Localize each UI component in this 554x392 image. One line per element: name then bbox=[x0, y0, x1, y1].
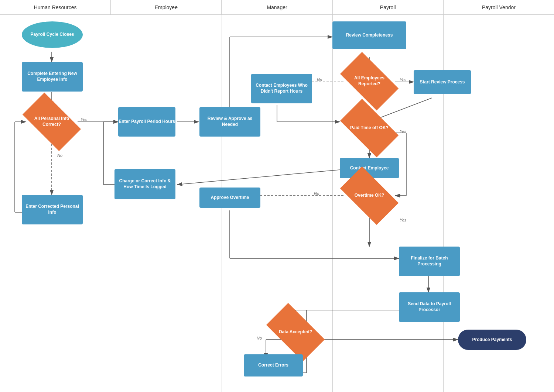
yes-label-1: Yes bbox=[81, 117, 87, 122]
correct-errors: Correct Errors bbox=[244, 354, 303, 376]
overtime-ok: Overtime OK? bbox=[343, 180, 395, 211]
yes-label-2: Yes bbox=[400, 78, 406, 82]
paid-time-off: Paid Time off OK? bbox=[343, 113, 395, 144]
divider-3 bbox=[332, 15, 333, 392]
col-pay: Payroll bbox=[333, 0, 444, 14]
no-label-2: No bbox=[317, 78, 322, 82]
divider-1 bbox=[111, 15, 111, 392]
all-emp-reported: All Employees Reported? bbox=[343, 66, 395, 97]
no-label-3: No bbox=[314, 191, 319, 196]
start-review: Start Review Process bbox=[414, 70, 471, 94]
yes-label-4: Yes bbox=[400, 218, 406, 222]
svg-line-19 bbox=[177, 170, 340, 185]
col-mgr: Manager bbox=[222, 0, 332, 14]
payroll-cycle-closes: Payroll Cycle Closes bbox=[22, 21, 83, 48]
complete-new-employee: Complete Entering New Employee Info bbox=[22, 62, 83, 92]
data-accepted: Data Accepted? bbox=[270, 317, 321, 348]
review-approve: Review & Approve as Needed bbox=[199, 107, 260, 137]
col-vendor: Payroll Vendor bbox=[444, 0, 554, 14]
all-personal-info: All Personal Info Correct? bbox=[26, 106, 78, 137]
approve-overtime: Approve Overtime bbox=[199, 188, 260, 208]
col-emp: Employee bbox=[111, 0, 222, 14]
finalize-batch: Finalize for Batch Processing bbox=[399, 247, 460, 276]
produce-payments: Produce Payments bbox=[458, 330, 526, 350]
enter-hours: Enter Payroll Period Hours bbox=[118, 107, 175, 137]
flowchart-container: Human Resources Employee Manager Payroll… bbox=[0, 0, 554, 392]
no-label-1: No bbox=[57, 153, 62, 158]
send-data: Send Data to Payroll Processor bbox=[399, 292, 460, 322]
review-completeness: Review Completeness bbox=[332, 21, 406, 49]
contact-didnt-report: Contact Employees Who Didn't Report Hour… bbox=[251, 74, 312, 103]
column-headers: Human Resources Employee Manager Payroll… bbox=[0, 0, 554, 15]
col-hr: Human Resources bbox=[0, 0, 111, 14]
yes-label-3: Yes bbox=[400, 129, 406, 134]
no-label-4: No bbox=[257, 336, 262, 340]
enter-corrected: Enter Corrected Personal Info bbox=[22, 195, 83, 224]
charge-correct: Charge or Correct Info & How Time Is Log… bbox=[114, 169, 175, 199]
